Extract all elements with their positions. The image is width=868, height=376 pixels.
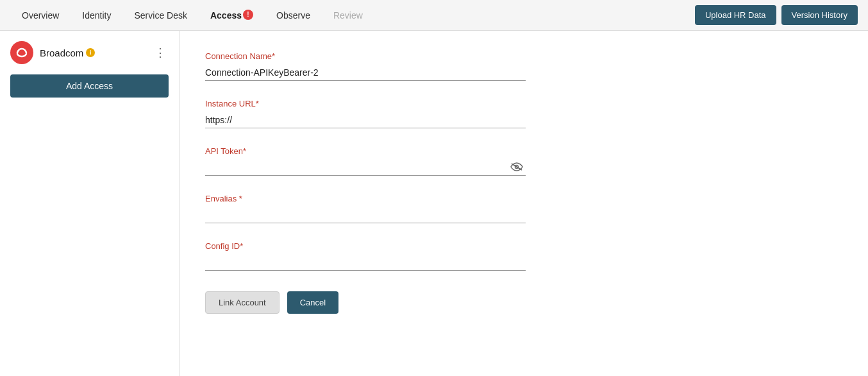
config-id-input[interactable] bbox=[205, 255, 526, 271]
add-access-button[interactable]: Add Access bbox=[10, 74, 169, 98]
access-badge: ! bbox=[243, 10, 253, 20]
instance-url-label: Instance URL* bbox=[205, 99, 842, 108]
sidebar-brand: Broadcom i bbox=[10, 41, 95, 64]
instance-url-field: Instance URL* bbox=[205, 99, 842, 128]
nav-items: Overview Identity Service Desk Access ! … bbox=[10, 0, 695, 31]
nav-item-service-desk[interactable]: Service Desk bbox=[123, 0, 199, 31]
api-token-label: API Token* bbox=[205, 146, 842, 156]
nav-item-identity[interactable]: Identity bbox=[71, 0, 122, 31]
envalias-input[interactable] bbox=[205, 207, 526, 223]
info-icon: i bbox=[86, 48, 95, 57]
envalias-field: Envalias * bbox=[205, 194, 842, 223]
connection-name-field: Connection Name* bbox=[205, 51, 842, 81]
nav-actions: Upload HR Data Version History bbox=[695, 5, 858, 25]
config-id-label: Config ID* bbox=[205, 241, 842, 251]
brand-logo bbox=[10, 41, 33, 64]
form-actions: Link Account Cancel bbox=[205, 291, 842, 314]
nav-item-review: Review bbox=[322, 0, 374, 31]
nav-item-observe-label: Observe bbox=[276, 10, 310, 21]
nav-item-observe[interactable]: Observe bbox=[265, 0, 322, 31]
main-layout: Broadcom i ⋮ Add Access Connection Name*… bbox=[0, 31, 868, 376]
brand-info: Broadcom i bbox=[40, 47, 95, 58]
cancel-button[interactable]: Cancel bbox=[287, 291, 338, 314]
toggle-visibility-icon[interactable] bbox=[510, 162, 523, 174]
form-panel: Connection Name* Instance URL* API Token… bbox=[179, 31, 868, 376]
version-history-button[interactable]: Version History bbox=[781, 5, 858, 25]
api-token-input[interactable] bbox=[205, 160, 526, 176]
content-area: Connection Name* Instance URL* API Token… bbox=[179, 31, 868, 376]
nav-item-overview-label: Overview bbox=[22, 10, 59, 21]
sidebar: Broadcom i ⋮ Add Access bbox=[0, 31, 179, 376]
more-options-icon[interactable]: ⋮ bbox=[152, 43, 169, 62]
config-id-field: Config ID* bbox=[205, 241, 842, 271]
top-navigation: Overview Identity Service Desk Access ! … bbox=[0, 0, 868, 31]
nav-item-access-label: Access bbox=[210, 10, 242, 21]
brand-logo-icon bbox=[15, 46, 28, 59]
link-account-button[interactable]: Link Account bbox=[205, 291, 280, 314]
nav-item-access[interactable]: Access ! bbox=[199, 0, 265, 31]
api-token-input-wrapper bbox=[205, 160, 526, 176]
upload-hr-data-button[interactable]: Upload HR Data bbox=[695, 5, 776, 25]
sidebar-header: Broadcom i ⋮ bbox=[10, 41, 169, 64]
instance-url-input[interactable] bbox=[205, 112, 526, 128]
envalias-label: Envalias * bbox=[205, 194, 842, 203]
nav-item-identity-label: Identity bbox=[82, 10, 111, 21]
nav-item-review-label: Review bbox=[333, 10, 363, 21]
connection-name-input[interactable] bbox=[205, 65, 526, 81]
api-token-field: API Token* bbox=[205, 146, 842, 176]
nav-item-service-desk-label: Service Desk bbox=[135, 10, 187, 21]
brand-name-row: Broadcom i bbox=[40, 47, 95, 58]
nav-item-overview[interactable]: Overview bbox=[10, 0, 71, 31]
brand-name: Broadcom bbox=[40, 47, 83, 58]
connection-name-label: Connection Name* bbox=[205, 51, 842, 61]
